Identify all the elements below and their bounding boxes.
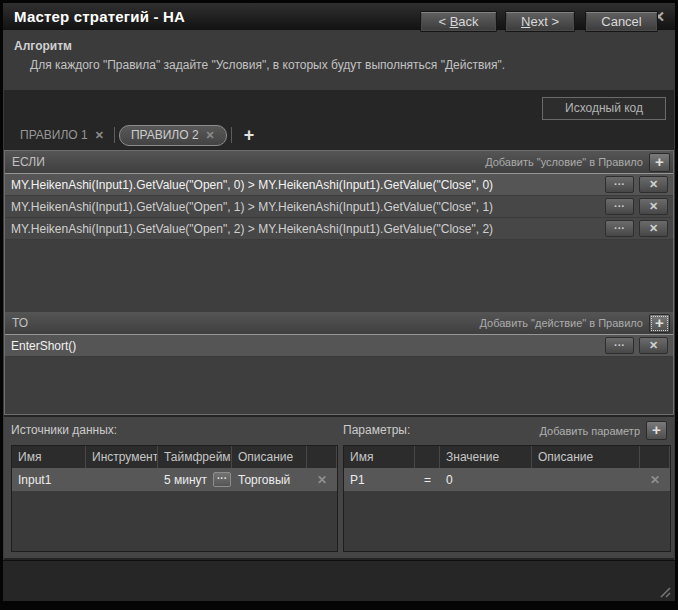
data-sources-label: Источники данных:: [11, 423, 117, 437]
footer-bar: [3, 560, 675, 601]
then-section-header: ТО Добавить "действие" в Правило +: [5, 312, 673, 334]
add-action-button[interactable]: +: [649, 314, 670, 333]
data-sources-table-header: Имя Инструмент Таймфрейм Описание: [12, 446, 337, 468]
tab-close-icon[interactable]: ✕: [95, 129, 104, 142]
parameter-eq-sign: =: [415, 468, 440, 491]
if-section-title: ЕСЛИ: [12, 155, 45, 169]
delete-data-source-cell: ✕: [307, 468, 337, 491]
edit-condition-button[interactable]: ···: [605, 176, 634, 193]
delete-action-button[interactable]: ✕: [639, 337, 668, 354]
column-header-description[interactable]: Описание: [232, 446, 307, 468]
condition-expression: MY.HeikenAshi(Input1).GetValue("Open", 0…: [11, 178, 605, 192]
edit-condition-button[interactable]: ···: [605, 220, 634, 237]
delete-condition-button[interactable]: ✕: [639, 176, 668, 193]
parameters-table-header: Имя Значение Описание: [344, 446, 670, 468]
tab-separator: [114, 127, 115, 143]
column-header-description[interactable]: Описание: [532, 446, 640, 468]
algorithm-panel: Алгоритм Для каждого "Правила" задайте "…: [4, 31, 674, 90]
column-header-eq: [415, 446, 440, 468]
tab-separator: [231, 127, 232, 143]
bottom-panel: Источники данных: Параметры: Добавить па…: [4, 417, 674, 558]
condition-expression: MY.HeikenAshi(Input1).GetValue("Open", 2…: [11, 222, 605, 236]
data-source-row[interactable]: Input1 5 минут ··· Торговый ✕: [12, 468, 337, 491]
timeframe-value: 5 минут: [164, 473, 207, 487]
column-header-name[interactable]: Имя: [344, 446, 415, 468]
parameters-label: Параметры:: [343, 423, 410, 437]
add-parameter-label: Добавить параметр: [540, 425, 640, 437]
parameter-name: P1: [344, 468, 415, 491]
column-header-actions: [307, 446, 337, 468]
column-header-name[interactable]: Имя: [12, 446, 86, 468]
rule-tabstrip: ПРАВИЛО 1 ✕ ПРАВИЛО 2 ✕ +: [4, 122, 674, 148]
tab-rule-1[interactable]: ПРАВИЛО 1 ✕: [14, 122, 110, 148]
delete-data-source-icon[interactable]: ✕: [317, 473, 327, 487]
condition-row[interactable]: MY.HeikenAshi(Input1).GetValue("Open", 0…: [5, 173, 673, 196]
action-expression: EnterShort(): [11, 339, 605, 353]
source-code-button[interactable]: Исходный код: [542, 97, 666, 120]
column-header-value[interactable]: Значение: [440, 446, 532, 468]
add-parameter-button[interactable]: +: [646, 421, 667, 440]
add-rule-tab-button[interactable]: +: [244, 124, 255, 146]
tab-rule-1-label: ПРАВИЛО 1: [20, 128, 88, 142]
condition-row[interactable]: MY.HeikenAshi(Input1).GetValue("Open", 1…: [5, 196, 673, 218]
parameter-row[interactable]: P1 = 0 ✕: [344, 468, 670, 491]
data-source-instrument[interactable]: [86, 468, 158, 491]
data-sources-table: Имя Инструмент Таймфрейм Описание Input1…: [11, 445, 338, 552]
tab-rule-2-label: ПРАВИЛО 2: [131, 128, 199, 142]
edit-action-button[interactable]: ···: [605, 337, 634, 354]
parameter-description[interactable]: [532, 468, 640, 491]
delete-condition-button[interactable]: ✕: [639, 220, 668, 237]
delete-condition-button[interactable]: ✕: [639, 198, 668, 215]
algorithm-description: Для каждого "Правила" задайте "Условия",…: [30, 58, 505, 72]
strategy-wizard-window: Мастер стратегий - НА ✕ Алгоритм Для каж…: [0, 0, 678, 610]
delete-parameter-cell: ✕: [640, 468, 670, 491]
timeframe-picker-button[interactable]: ···: [213, 472, 231, 487]
delete-parameter-icon[interactable]: ✕: [650, 473, 660, 487]
then-section-title: ТО: [12, 316, 28, 330]
parameter-value[interactable]: 0: [440, 468, 532, 491]
add-action-label: Добавить "действие" в Правило: [479, 317, 643, 329]
column-header-timeframe[interactable]: Таймфрейм: [158, 446, 232, 468]
add-condition-button[interactable]: +: [649, 153, 670, 172]
action-row[interactable]: EnterShort() ··· ✕: [5, 334, 673, 357]
back-button[interactable]: < Back: [420, 11, 497, 32]
add-condition-label: Добавить "условие" в Правило: [485, 156, 643, 168]
condition-row[interactable]: MY.HeikenAshi(Input1).GetValue("Open", 2…: [5, 218, 673, 240]
rules-panel: ЕСЛИ Добавить "условие" в Правило + MY.H…: [4, 150, 674, 415]
window-title: Мастер стратегий - НА: [14, 8, 185, 25]
algorithm-heading: Алгоритм: [14, 39, 72, 53]
column-header-instrument[interactable]: Инструмент: [86, 446, 158, 468]
next-button[interactable]: Next >: [505, 11, 575, 32]
cancel-button[interactable]: Cancel: [585, 11, 658, 32]
data-source-timeframe[interactable]: 5 минут ···: [158, 468, 232, 491]
tab-rule-2[interactable]: ПРАВИЛО 2 ✕: [119, 125, 227, 146]
edit-condition-button[interactable]: ···: [605, 198, 634, 215]
data-source-name: Input1: [12, 468, 86, 491]
parameters-table: Имя Значение Описание P1 = 0 ✕: [343, 445, 671, 552]
column-header-actions: [640, 446, 670, 468]
if-section-header: ЕСЛИ Добавить "условие" в Правило +: [5, 151, 673, 173]
condition-expression: MY.HeikenAshi(Input1).GetValue("Open", 1…: [11, 200, 605, 214]
data-source-description[interactable]: Торговый: [232, 468, 307, 491]
resize-grip[interactable]: [659, 586, 671, 598]
tab-close-icon[interactable]: ✕: [206, 129, 215, 142]
